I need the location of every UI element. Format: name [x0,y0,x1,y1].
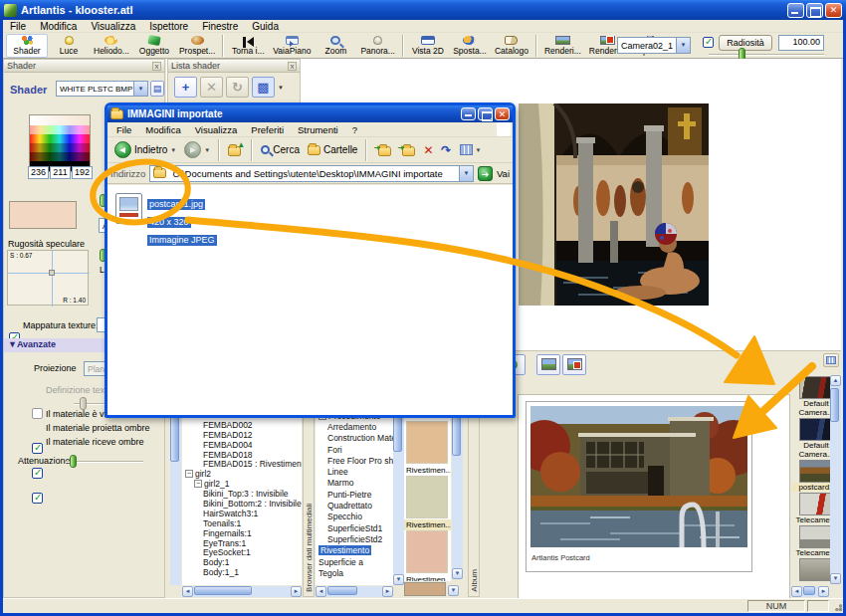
texture-dropdown-button[interactable]: ▼ [448,585,459,596]
add-shader-button[interactable]: + [174,77,197,98]
close-icon[interactable]: x [288,62,297,71]
chevron-down-icon[interactable]: ▼ [676,38,690,53]
tree-item-fembad012[interactable]: FEMBAD012 [182,430,302,440]
album-remove-image-button[interactable] [562,354,586,375]
tree-item-superficiestd2[interactable]: SuperficieStd2 [316,533,393,544]
close-button[interactable] [825,3,842,18]
explorer-titlebar[interactable]: IMMAGINI importate [107,105,513,122]
menu-item-visualizza[interactable]: Visualizza [84,21,142,32]
delete-button[interactable]: ✕ [420,143,436,157]
radiosity-checkbox[interactable] [703,37,714,48]
texture-swatch[interactable] [406,530,448,573]
tab-album[interactable]: Album [468,410,480,597]
menu-item-visualizza[interactable]: Visualizza [188,124,245,135]
rgb-b-value[interactable]: 192 [72,166,93,179]
tree2-vscrollbar[interactable]: ▼ [393,410,404,585]
go-label[interactable]: Vai [497,168,510,179]
move-to-button[interactable] [372,143,394,157]
views-button[interactable]: ▼ [457,143,485,156]
tree-item-quadrettato[interactable]: Quadrettato [316,500,393,511]
album-hscrollbar[interactable]: ◄ ► [791,586,829,597]
texture-item-label[interactable]: Rivestimen... [404,574,451,581]
tree-item-bikini-bottom-2-invisibile[interactable]: Bikini_Bottom:2 : Invisibile [182,499,302,509]
menu-item-modifica[interactable]: Modifica [138,124,187,135]
tree-item-construction-mate[interactable]: Construction Mate [316,433,393,444]
tree-item-eyetrans-1[interactable]: EyeTrans:1 [182,538,302,548]
tree-item-punti-pietre[interactable]: Punti-Pietre [316,489,393,500]
reflection-color-swatch[interactable] [9,201,77,229]
shader-panel-header[interactable]: Shader x [4,60,164,73]
texture-list-vscrollbar[interactable]: ▼ [452,410,463,579]
tree2-hscrollbar[interactable]: ◄ ► [316,586,393,597]
menu-item-preferiti[interactable]: Preferiti [244,124,291,135]
chevron-down-icon[interactable]: ▼ [459,166,473,181]
tree-item-girl2-1[interactable]: −girl2_1 [182,479,302,489]
collapse-icon[interactable]: − [185,470,193,478]
material-casts-shadows-checkbox[interactable] [32,468,43,479]
copy-to-button[interactable] [396,143,418,157]
toolbar-button-shader[interactable]: Shader [6,34,48,58]
minimize-button[interactable] [787,3,804,18]
chevron-down-icon[interactable]: ▼ [133,82,147,96]
tree-item-fembad002[interactable]: FEMBAD002 [182,420,302,430]
material-receives-shadows-checkbox[interactable] [32,493,43,504]
menu-item-strumenti[interactable]: Strumenti [291,124,345,135]
close-icon[interactable]: x [152,62,161,71]
maximize-button[interactable] [478,107,493,120]
radiosity-value-field[interactable]: 100.00 [778,35,824,51]
texture-current-swatch[interactable] [404,582,446,596]
toolbar-button-vista2d[interactable]: Vista 2D [407,34,449,58]
tree-item-fembad004[interactable]: FEMBAD004 [182,440,302,450]
tree1-vscrollbar[interactable] [170,412,181,585]
radiosity-button[interactable]: Radiosità [719,35,772,51]
tree-item-hairswatch3-1[interactable]: HairSwatch3:1 [182,509,302,518]
material-visible-checkbox[interactable] [32,443,43,454]
toolbar-button-oggetto[interactable]: Oggetto [133,34,175,58]
tree-item-girl2[interactable]: −girl2 [182,469,302,479]
toolbar-button-render[interactable]: Renderi... [540,34,585,58]
menu-item-file[interactable]: File [3,21,33,32]
radiosity-slider-track[interactable] [709,54,824,56]
maximize-button[interactable] [806,3,823,18]
tree-item-body-1-1[interactable]: Body:1_1 [182,567,302,577]
menu-item-finestre[interactable]: Finestre [195,21,245,32]
tree-item-superficie-a[interactable]: Superficie a [316,556,393,567]
tree1-hscrollbar[interactable]: ◄ ► [182,586,302,597]
tree-item-fembad018[interactable]: FEMBAD018 [182,450,302,460]
texture-swatch[interactable] [406,421,448,464]
tree-item-fori[interactable]: Fori [316,444,393,455]
tree-item-rivestimento[interactable]: Rivestimento [316,545,393,556]
tree-item-marmo[interactable]: Marmo [316,478,393,489]
texture-item-label[interactable]: Rivestimen... [404,465,451,476]
toolbar-button-vaia[interactable]: VaiaPiano [269,34,315,58]
album-add-image-button[interactable] [536,354,560,375]
album-thumbnail-bldg[interactable] [799,525,833,548]
collapse-panel-button[interactable] [823,353,839,367]
album-thumbnail-bldgred[interactable] [799,493,833,515]
texture-swatch[interactable] [406,476,448,518]
menu-item--[interactable]: ? [345,124,364,135]
album-thumbnail-dark[interactable] [799,418,833,441]
toolbar-button-catalogo[interactable]: Catalogo [491,34,532,58]
tree-item-arredamento[interactable]: Arredamento [316,421,393,432]
postcard-card[interactable]: Artlantis Postcard [526,401,752,572]
toolbar-button-helio[interactable]: Heliodo... [90,34,133,58]
album-vscrollbar[interactable]: ▲ ▼ [830,375,841,584]
menu-item-modifica[interactable]: Modifica [33,21,84,32]
shader-list-panel-header[interactable]: Lista shader x [168,60,300,73]
forward-button[interactable]: ▼ [181,140,213,159]
delete-shader-button[interactable]: ✕ [200,77,223,98]
toolbar-button-torna[interactable]: Torna i... [227,34,269,58]
tree-item-eyesocket-1[interactable]: EyeSocket:1 [182,547,302,557]
album-thumbnail-partial[interactable] [799,558,833,581]
attenuation-slider-thumb[interactable] [70,455,77,468]
attenuation-slider-track[interactable] [66,461,143,463]
material-select[interactable]: WHITE PLSTC BMP ▼ [56,81,148,97]
minimize-button[interactable] [461,107,476,120]
collapse-icon[interactable]: − [194,480,202,488]
album-thumbnail-church[interactable] [799,376,833,399]
shader-list-icon[interactable]: ▤ [150,81,164,97]
menu-item-file[interactable]: File [109,124,138,135]
go-icon[interactable]: ➔ [478,166,493,181]
menu-item-ispettore[interactable]: Ispettore [142,21,195,32]
